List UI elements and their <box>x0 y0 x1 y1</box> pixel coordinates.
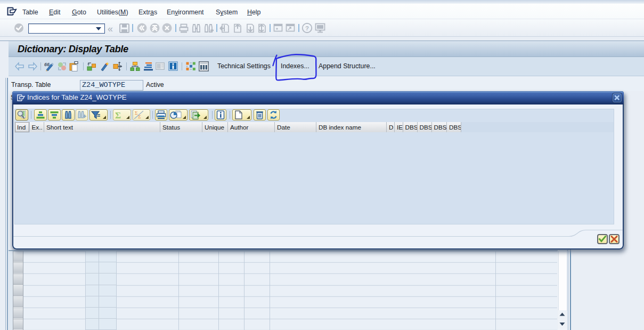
svg-text:?: ? <box>305 25 309 31</box>
